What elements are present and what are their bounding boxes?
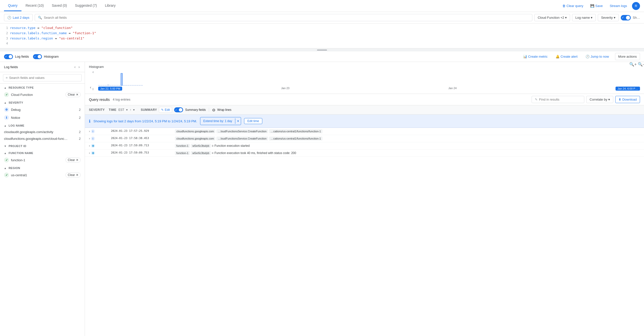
alert-icon: 🔔	[556, 55, 560, 58]
hist-bar[interactable]	[132, 85, 134, 86]
log-name-filter[interactable]: Log name ▾	[572, 14, 596, 21]
check-icon: ✓	[175, 109, 177, 111]
hist-bar[interactable]	[118, 85, 120, 86]
section-project-id[interactable]: ▼ PROJECT ID	[0, 142, 85, 149]
tab-suggested[interactable]: Suggested (7)	[71, 0, 101, 11]
edit-time-button[interactable]: Edit time	[244, 118, 262, 124]
hist-bar[interactable]	[125, 85, 127, 86]
toggle-switch-main[interactable]: ✓	[621, 15, 631, 20]
log-fields-toggle[interactable]: ✓ Log fields	[4, 54, 29, 59]
section-resource-type[interactable]: ▲ RESOURCE TYPE	[0, 84, 85, 91]
field-cloudaudit[interactable]: cloudaudit.googleapis.com/activity 2	[0, 129, 85, 135]
expand-icon[interactable]: ›	[89, 151, 90, 155]
clear-region-button[interactable]: Clear ✕	[66, 172, 81, 177]
field-us-central1[interactable]: ✓ us-central1 Clear ✕	[0, 171, 85, 179]
zoom-out-button[interactable]: 🔍-	[638, 62, 644, 67]
section-region[interactable]: ▲ REGION	[0, 164, 85, 171]
hist-bar-selected[interactable]	[121, 73, 123, 86]
tab-library[interactable]: Library	[101, 0, 120, 11]
clear-cloud-function-button[interactable]: Clear ✕	[66, 92, 81, 97]
expand-icon[interactable]: ›	[89, 137, 90, 140]
table-row[interactable]: › ⚙ 2024-01-23 17:59:09.753 function-1 w…	[85, 150, 644, 157]
clear-query-button[interactable]: 🗑 Clear query	[560, 3, 585, 9]
clear-function-button[interactable]: Clear ✕	[66, 158, 81, 163]
hist-bar[interactable]	[136, 85, 138, 86]
save-icon: 💾	[590, 4, 594, 8]
histogram-prev-button[interactable]: ‹	[89, 84, 92, 91]
stream-logs-button[interactable]: Stream logs	[608, 3, 629, 9]
expand-icon[interactable]: ›	[89, 130, 90, 133]
sort-chevron-icon[interactable]: ▾	[133, 108, 135, 112]
query-editor[interactable]: 1 resource.type = "cloud_function" 2 res…	[0, 23, 644, 48]
chevron-down-icon[interactable]: ▾	[126, 108, 128, 112]
tab-saved[interactable]: Saved (0)	[48, 0, 71, 11]
hist-bar[interactable]	[116, 85, 118, 86]
cloud-function-filter[interactable]: Cloud Function +2 ▾	[534, 14, 570, 21]
histogram-toggle[interactable]: ✓ Histogram	[33, 54, 59, 59]
edit-summary-button[interactable]: ✎ Edit	[159, 107, 172, 113]
nav-tabs: Query Recent (10) Saved (0) Suggested (7…	[4, 0, 120, 11]
hist-bar[interactable]	[141, 85, 143, 86]
histogram-bars[interactable]	[98, 71, 640, 86]
hist-bar[interactable]	[139, 85, 141, 86]
section-severity[interactable]: ▲ SEVERITY	[0, 99, 85, 106]
section-function-name[interactable]: ▲ FUNCTION NAME	[0, 149, 85, 156]
time-range-button[interactable]: 🕐 Last 2 days	[4, 14, 33, 21]
summary-fields-label: Summary fields	[185, 108, 206, 112]
hist-bar[interactable]	[114, 85, 116, 86]
wrap-lines-label[interactable]: Wrap lines	[217, 108, 231, 112]
panel-left-btn[interactable]: ‹	[74, 64, 77, 69]
field-function-1[interactable]: ✓ function-1 Clear ✕	[0, 156, 85, 164]
summary-fields-toggle[interactable]: ✓	[174, 107, 183, 112]
hist-bar[interactable]	[103, 85, 105, 86]
hist-bar[interactable]	[98, 85, 100, 86]
field-cloud-function[interactable]: ✓ Cloud Function Clear ✕	[0, 91, 85, 99]
severity-filter[interactable]: Severity ▾	[598, 14, 619, 21]
section-log-name[interactable]: ▲ LOG NAME	[0, 122, 85, 129]
hist-bar[interactable]	[130, 85, 132, 86]
main-content: Log fields ‹ › ≡ ▲ RESOURCE TYPE ✓ Cloud…	[0, 62, 644, 336]
field-cloudfunctions[interactable]: cloudfunctions.googleapis.com/cloud-func…	[0, 135, 85, 142]
panel-right-btn[interactable]: ›	[78, 64, 81, 69]
hist-bar[interactable]	[128, 85, 130, 86]
create-alert-button[interactable]: 🔔 Create alert	[554, 54, 580, 59]
correlate-by-button[interactable]: Correlate by ▾	[586, 96, 613, 103]
find-in-results-input: ✎	[532, 96, 584, 103]
hist-bar[interactable]	[123, 85, 125, 86]
histogram-toggle-switch[interactable]: ✓	[33, 54, 42, 59]
more-actions-button[interactable]: More actions	[615, 53, 640, 60]
hist-bar[interactable]	[112, 85, 114, 86]
extend-dropdown-icon[interactable]: ▾	[235, 118, 241, 124]
table-row[interactable]: › i 2024-01-23 17:58:38.453 cloudfunctio…	[85, 135, 644, 142]
info-banner: ℹ Showing logs for last 2 days from 1/22…	[85, 115, 644, 128]
hist-bar[interactable]	[110, 85, 112, 86]
user-avatar[interactable]: R	[632, 2, 640, 10]
download-button[interactable]: ⬇ Download	[615, 96, 640, 103]
tab-query[interactable]: Query	[4, 0, 22, 11]
extend-time-button[interactable]: Extend time by: 1 day ▾	[200, 117, 241, 125]
hist-bar[interactable]	[100, 85, 102, 86]
drag-handle[interactable]	[0, 48, 644, 51]
table-row[interactable]: › i 2024-01-23 17:57:25.929 cloudfunctio…	[85, 128, 644, 135]
sort-asc-icon[interactable]: ↑	[130, 108, 131, 112]
jump-to-now-button[interactable]: 🕐 Jump to now	[584, 54, 611, 59]
save-button[interactable]: 💾 Save	[588, 3, 605, 9]
create-metric-button[interactable]: 📊 Create metric	[521, 54, 550, 59]
histogram-chart: ‹ 4 0	[89, 71, 640, 91]
table-row[interactable]: › ⚙ 2024-01-23 17:59:09.713 function-1 w…	[85, 142, 644, 150]
minus-icon: ⊖	[212, 108, 215, 112]
find-input-field[interactable]	[539, 98, 581, 101]
hist-bar[interactable]	[107, 85, 109, 86]
log-fields-toggle-switch[interactable]: ✓	[4, 54, 13, 59]
field-notice[interactable]: ℹ Notice 2	[0, 114, 85, 122]
close-icon: ✕	[76, 158, 78, 162]
hist-bar[interactable]	[134, 85, 136, 86]
field-debug[interactable]: ⚙ Debug 2	[0, 106, 85, 114]
expand-icon[interactable]: ›	[89, 144, 90, 148]
tab-recent[interactable]: Recent (10)	[22, 0, 48, 11]
hist-bar[interactable]	[105, 85, 107, 86]
search-fields-input[interactable]	[9, 76, 79, 80]
zoom-in-button[interactable]: 🔍+	[629, 62, 636, 67]
search-input[interactable]	[44, 16, 529, 19]
log-summary: cloudfunctions.googleapis.com …loudFunct…	[175, 129, 640, 133]
